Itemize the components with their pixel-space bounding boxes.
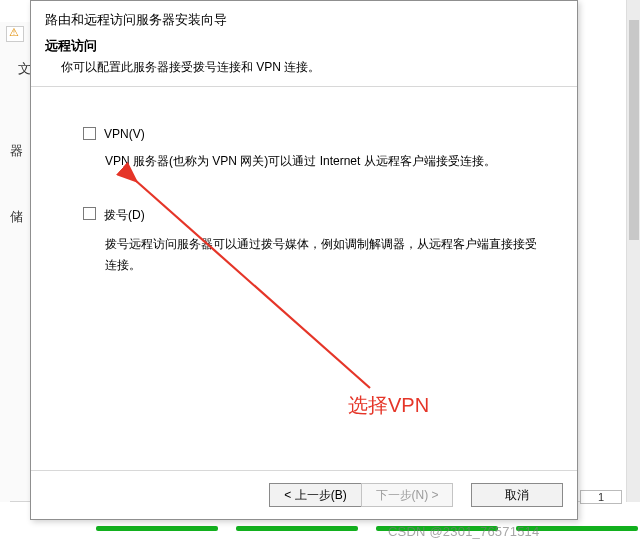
scrollbar-thumb[interactable] xyxy=(629,20,639,240)
cancel-button[interactable]: 取消 xyxy=(471,483,563,507)
count-box: 1 xyxy=(580,490,622,504)
dialup-desc: 拨号远程访问服务器可以通过拨号媒体，例如调制解调器，从远程客户端直接接受连接。 xyxy=(83,224,549,277)
bg-char: 器 xyxy=(10,142,23,160)
status-bar xyxy=(376,526,498,531)
wizard-header: 远程访问 你可以配置此服务器接受拨号连接和 VPN 连接。 xyxy=(31,29,577,87)
dialup-checkbox[interactable] xyxy=(83,207,96,220)
status-bar xyxy=(96,526,218,531)
vpn-label[interactable]: VPN(V) xyxy=(104,127,145,141)
wizard-header-title: 远程访问 xyxy=(45,37,563,55)
next-button: 下一步(N) > xyxy=(361,483,453,507)
dialup-label[interactable]: 拨号(D) xyxy=(104,207,145,224)
option-dialup: 拨号(D) 拨号远程访问服务器可以通过拨号媒体，例如调制解调器，从远程客户端直接… xyxy=(83,207,549,277)
bg-char: 储 xyxy=(10,208,23,226)
status-bar xyxy=(236,526,358,531)
scrollbar[interactable] xyxy=(626,0,640,502)
background-left-pane xyxy=(0,22,32,502)
option-vpn: VPN(V) VPN 服务器(也称为 VPN 网关)可以通过 Internet … xyxy=(83,127,549,173)
warning-icon xyxy=(6,26,24,42)
vpn-desc: VPN 服务器(也称为 VPN 网关)可以通过 Internet 从远程客户端接… xyxy=(83,141,549,173)
back-button[interactable]: < 上一步(B) xyxy=(269,483,361,507)
wizard-body: VPN(V) VPN 服务器(也称为 VPN 网关)可以通过 Internet … xyxy=(31,87,577,470)
vpn-checkbox[interactable] xyxy=(83,127,96,140)
wizard-header-desc: 你可以配置此服务器接受拨号连接和 VPN 连接。 xyxy=(45,59,563,76)
status-bar xyxy=(516,526,638,531)
rras-wizard-dialog: 路由和远程访问服务器安装向导 远程访问 你可以配置此服务器接受拨号连接和 VPN… xyxy=(30,0,578,520)
wizard-window-title: 路由和远程访问服务器安装向导 xyxy=(31,1,577,29)
wizard-button-row: < 上一步(B) 下一步(N) > 取消 xyxy=(31,470,577,519)
